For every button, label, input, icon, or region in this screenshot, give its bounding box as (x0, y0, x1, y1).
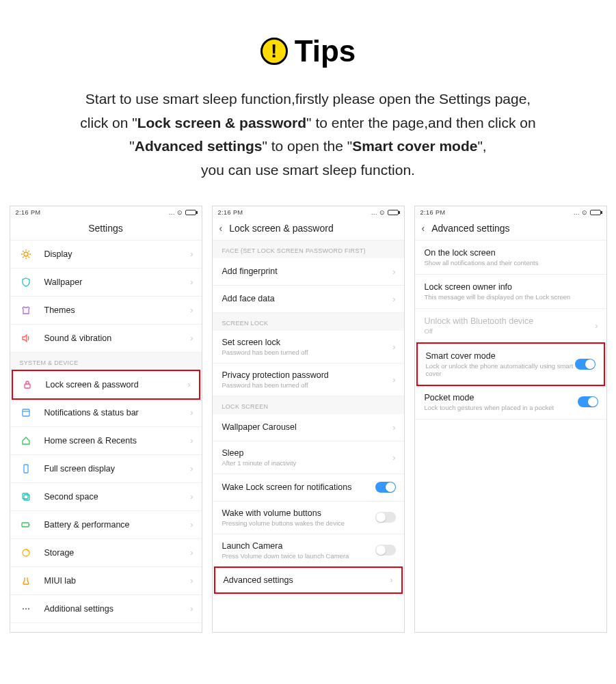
settings-row-second-space[interactable]: Second space › (10, 483, 202, 511)
settings-row-full-screen[interactable]: Full screen display › (10, 455, 202, 483)
flask-icon (20, 575, 32, 587)
chevron-right-icon: › (190, 277, 193, 287)
chevron-right-icon: › (190, 575, 193, 586)
dots-icon (20, 603, 32, 615)
chevron-right-icon: › (190, 249, 193, 259)
chevron-right-icon: › (595, 320, 598, 331)
svg-rect-14 (24, 495, 29, 500)
svg-rect-13 (23, 493, 28, 499)
settings-row-lock-screen-password[interactable]: Lock screen & password › (12, 370, 200, 400)
chevron-right-icon: › (390, 575, 392, 585)
toggle-wake-volume[interactable] (375, 512, 396, 523)
chevron-right-icon: › (190, 519, 193, 530)
row-add-fingerprint[interactable]: Add fingerprint › (213, 258, 404, 286)
svg-rect-12 (24, 465, 28, 473)
battery-icon (388, 210, 399, 215)
toggle-wake-notifications[interactable] (375, 482, 396, 493)
shield-icon (20, 276, 32, 288)
row-set-screen-lock[interactable]: Set screen lock Password has been turned… (213, 331, 404, 364)
page-title: ‹ Lock screen & password (213, 217, 404, 241)
status-time: 2:16 PM (218, 209, 243, 216)
chevron-right-icon: › (190, 463, 193, 474)
row-advanced-settings[interactable]: Advanced settings › (214, 566, 403, 594)
status-right: ... ⊙ (574, 209, 601, 216)
row-wake-notifications[interactable]: Wake Lock screen for notifications (213, 474, 404, 502)
row-owner-info[interactable]: Lock screen owner info This message will… (415, 275, 606, 309)
tips-header: ! Tips (0, 0, 616, 68)
svg-line-7 (23, 256, 24, 258)
layers-icon (20, 491, 32, 503)
screenshot-lock-screen: 2:16 PM ... ⊙ ‹ Lock screen & password F… (212, 206, 405, 633)
lock-icon (21, 379, 34, 391)
status-bar: 2:16 PM ... ⊙ (213, 206, 404, 217)
home-icon (20, 435, 32, 447)
chevron-right-icon: › (392, 266, 395, 277)
status-right: ... ⊙ (169, 209, 196, 216)
speaker-icon (20, 332, 32, 344)
row-wallpaper-carousel[interactable]: Wallpaper Carousel › (213, 414, 404, 441)
settings-row-themes[interactable]: Themes › (10, 297, 202, 325)
row-launch-camera[interactable]: Launch Camera Press Volume down twice to… (213, 534, 404, 567)
svg-point-0 (24, 252, 28, 256)
row-sleep[interactable]: Sleep After 1 minute of inactivity › (213, 441, 404, 474)
status-time: 2:16 PM (16, 209, 41, 216)
svg-line-6 (28, 256, 29, 258)
settings-row-battery[interactable]: Battery & performance › (10, 511, 202, 539)
section-system-device: SYSTEM & DEVICE (10, 353, 202, 370)
row-smart-cover-mode[interactable]: Smart cover mode Lock or unlock the phon… (416, 342, 605, 386)
settings-row-display[interactable]: Display › (10, 241, 202, 269)
row-privacy-protection[interactable]: Privacy protection password Password has… (213, 364, 404, 396)
phone-icon (20, 463, 32, 475)
chevron-right-icon: › (190, 305, 193, 315)
tips-body: Start to use smart sleep function,firstl… (0, 87, 616, 182)
settings-row-miui-lab[interactable]: MIUI lab › (10, 567, 202, 595)
toggle-launch-camera[interactable] (375, 545, 396, 556)
row-on-lock-screen[interactable]: On the lock screen Show all notification… (415, 241, 606, 275)
screenshots-row: 2:16 PM ... ⊙ Settings Display › Wallpap… (0, 206, 616, 633)
svg-point-20 (27, 607, 29, 609)
svg-rect-9 (25, 384, 30, 388)
row-wake-volume[interactable]: Wake with volume buttons Pressing volume… (213, 502, 404, 534)
chevron-right-icon: › (190, 491, 193, 502)
row-pocket-mode[interactable]: Pocket mode Lock touch gestures when pla… (415, 385, 606, 420)
screenshot-settings: 2:16 PM ... ⊙ Settings Display › Wallpap… (10, 206, 202, 633)
status-bar-icon (20, 407, 32, 419)
svg-rect-10 (23, 409, 29, 416)
settings-row-sound[interactable]: Sound & vibration › (10, 325, 202, 353)
chevron-right-icon: › (190, 407, 193, 418)
battery-icon (185, 210, 196, 215)
page-title: ‹ Advanced settings (415, 217, 606, 241)
toggle-smart-cover[interactable] (575, 359, 595, 370)
svg-point-18 (22, 607, 23, 609)
svg-line-8 (28, 251, 29, 252)
back-icon[interactable]: ‹ (219, 223, 223, 234)
chevron-right-icon: › (392, 422, 395, 433)
chevron-right-icon: › (190, 547, 193, 558)
section-face: FACE (SET LOCK SCREEN PASSWORD FIRST) (213, 241, 404, 258)
status-bar: 2:16 PM ... ⊙ (415, 206, 606, 217)
row-add-face-data[interactable]: Add face data › (213, 286, 404, 313)
sun-icon (20, 248, 32, 260)
chevron-right-icon: › (392, 294, 395, 304)
section-screen-lock: SCREEN LOCK (213, 313, 404, 331)
alert-icon: ! (260, 38, 288, 65)
settings-row-home-screen[interactable]: Home screen & Recents › (10, 427, 202, 455)
chevron-right-icon: › (190, 435, 193, 446)
page-title: Settings (10, 217, 202, 241)
settings-row-wallpaper[interactable]: Wallpaper › (10, 269, 202, 297)
back-icon[interactable]: ‹ (422, 223, 425, 234)
row-unlock-bluetooth: Unlock with Bluetooth device Off › (415, 309, 606, 343)
chevron-right-icon: › (392, 452, 395, 463)
settings-row-storage[interactable]: Storage › (10, 539, 202, 567)
storage-icon (20, 547, 32, 559)
toggle-pocket-mode[interactable] (578, 396, 598, 407)
tips-title-text: Tips (295, 34, 356, 68)
status-bar: 2:16 PM ... ⊙ (10, 206, 202, 217)
settings-row-additional[interactable]: Additional settings › (10, 595, 202, 623)
battery-performance-icon (20, 519, 32, 531)
chevron-right-icon: › (190, 333, 193, 343)
settings-row-notifications[interactable]: Notifications & status bar › (10, 399, 202, 427)
battery-icon (590, 210, 601, 215)
svg-point-19 (25, 607, 26, 609)
status-time: 2:16 PM (420, 209, 446, 216)
